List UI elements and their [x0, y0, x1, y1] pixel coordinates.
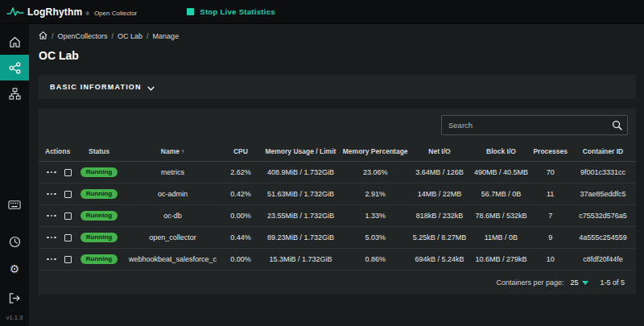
net-io-cell: 5.25kB / 8.27MB: [407, 233, 471, 241]
brand-name: LogRhythm: [27, 6, 82, 18]
sidebar: ⚙ v1.1.3: [0, 24, 29, 326]
more-actions-icon[interactable]: [46, 169, 57, 176]
container-id-cell: 9f001c3331cc: [570, 168, 636, 176]
logrhythm-logo-icon: [6, 6, 24, 17]
memory-pct-cell: 5.03%: [343, 233, 408, 241]
breadcrumb-opencollectors[interactable]: OpenCollectors: [58, 32, 108, 40]
processes-cell: 11: [531, 190, 570, 198]
per-page-value: 25: [570, 279, 578, 287]
sidebar-item-history[interactable]: [0, 229, 29, 254]
processes-cell: 7: [531, 212, 570, 220]
more-actions-icon[interactable]: [46, 191, 57, 198]
basic-information-toggle[interactable]: BASIC INFORMATION: [39, 75, 636, 99]
page-range: 1-5 of 5: [600, 279, 625, 287]
breadcrumb-separator: /: [112, 32, 114, 40]
cpu-cell: 0.00%: [223, 212, 258, 220]
top-bar: LogRhythm ® Open Collector Stop Live Sta…: [0, 0, 644, 24]
column-header-processes[interactable]: Processes: [531, 147, 570, 155]
sidebar-item-keyboard[interactable]: [0, 192, 29, 217]
memory-pct-cell: 1.33%: [343, 212, 408, 220]
containers-table-panel: Actions Status Name↑ CPU Memory Usage / …: [39, 109, 636, 295]
name-cell: oc-db: [122, 212, 223, 220]
stop-container-icon[interactable]: [64, 256, 72, 263]
status-badge: Running: [80, 254, 118, 265]
table-header-row: Actions Status Name↑ CPU Memory Usage / …: [39, 141, 636, 162]
dropdown-caret-icon: [582, 281, 588, 285]
pipeline-icon: [9, 88, 21, 100]
column-header-name[interactable]: Name↑: [122, 147, 223, 155]
status-badge: Running: [80, 167, 118, 178]
stop-container-icon[interactable]: [64, 213, 72, 220]
column-header-memory-percentage[interactable]: Memory Percentage: [343, 147, 408, 155]
column-header-cpu[interactable]: CPU: [223, 147, 258, 155]
cpu-cell: 0.00%: [223, 255, 258, 263]
stop-container-icon[interactable]: [64, 234, 72, 241]
stop-container-icon[interactable]: [64, 191, 72, 198]
brand-registered-mark: ®: [85, 11, 89, 16]
chevron-down-icon: [147, 80, 155, 94]
stop-live-statistics-button[interactable]: Stop Live Statistics: [187, 7, 275, 16]
search-box: [441, 115, 628, 135]
name-cell: open_collector: [122, 233, 223, 241]
breadcrumb-home-icon[interactable]: [39, 31, 47, 41]
actions-cell: [39, 169, 76, 176]
actions-cell: [39, 191, 76, 198]
processes-cell: 9: [531, 233, 570, 241]
sidebar-item-settings[interactable]: ⚙: [0, 256, 29, 282]
basic-information-label: BASIC INFORMATION: [50, 83, 142, 91]
breadcrumb-separator: /: [147, 32, 149, 40]
column-header-net-io[interactable]: Net I/O: [408, 147, 472, 155]
column-header-block-io[interactable]: Block I/O: [471, 147, 530, 155]
memory-pct-cell: 0.86%: [343, 255, 408, 263]
brand-subtitle: Open Collector: [94, 10, 137, 17]
actions-cell: [39, 256, 76, 263]
name-cell: webhookbeat_salesforce_c: [122, 255, 223, 263]
logout-icon: [9, 293, 21, 303]
status-badge: Running: [80, 189, 118, 200]
memory-cell: 15.3MiB / 1.732GiB: [258, 255, 343, 263]
open-collector-icon: [9, 62, 21, 74]
table-row: Running metrics 2.62% 408.9MiB / 1.732Gi…: [39, 162, 636, 184]
sidebar-item-open-collector[interactable]: [0, 55, 29, 80]
status-badge: Running: [80, 211, 118, 221]
status-cell: Running: [76, 167, 122, 178]
stop-icon: [187, 8, 194, 15]
container-id-cell: c75532d576a5: [570, 212, 636, 220]
status-badge: Running: [80, 233, 118, 243]
sidebar-item-pipeline[interactable]: [0, 80, 29, 106]
memory-cell: 23.55MiB / 1.732GiB: [258, 212, 343, 220]
per-page-select[interactable]: 25: [570, 279, 588, 287]
more-actions-icon[interactable]: [46, 256, 57, 263]
page-title: OC Lab: [39, 49, 636, 62]
stop-live-statistics-label: Stop Live Statistics: [200, 7, 275, 16]
app-version: v1.1.3: [6, 314, 23, 321]
search-input[interactable]: [441, 115, 628, 135]
main-content: / OpenCollectors / OC Lab / Manage OC La…: [29, 24, 644, 326]
column-header-container-id[interactable]: Container ID: [570, 147, 636, 155]
memory-pct-cell: 23.06%: [343, 168, 408, 176]
column-header-actions: Actions: [39, 147, 76, 155]
column-header-status[interactable]: Status: [76, 147, 122, 155]
actions-cell: [39, 213, 76, 220]
home-icon: [9, 36, 21, 47]
more-actions-icon[interactable]: [46, 213, 57, 220]
memory-pct-cell: 2.91%: [343, 190, 408, 198]
column-header-memory-usage[interactable]: Memory Usage / Limit: [258, 147, 343, 155]
net-io-cell: 694kB / 5.24kB: [407, 255, 471, 263]
sidebar-item-logout[interactable]: [0, 285, 29, 311]
breadcrumb: / OpenCollectors / OC Lab / Manage: [39, 31, 636, 41]
breadcrumb-oc-lab[interactable]: OC Lab: [118, 32, 142, 40]
stop-container-icon[interactable]: [64, 169, 72, 176]
more-actions-icon[interactable]: [46, 234, 57, 241]
pagination-bar: Containers per page: 25 1-5 of 5: [39, 270, 636, 295]
memory-cell: 51.63MiB / 1.732GiB: [258, 190, 343, 198]
breadcrumb-manage[interactable]: Manage: [153, 32, 180, 40]
settings-gear-icon: ⚙: [10, 263, 20, 274]
memory-cell: 408.9MiB / 1.732GiB: [258, 168, 343, 176]
per-page-label: Containers per page:: [496, 279, 564, 287]
table-row: Running open_collector 0.44% 89.23MiB / …: [39, 227, 636, 249]
actions-cell: [39, 234, 76, 241]
search-icon[interactable]: [612, 119, 622, 134]
net-io-cell: 3.64MB / 126B: [407, 168, 471, 176]
sidebar-item-home[interactable]: [0, 29, 29, 55]
